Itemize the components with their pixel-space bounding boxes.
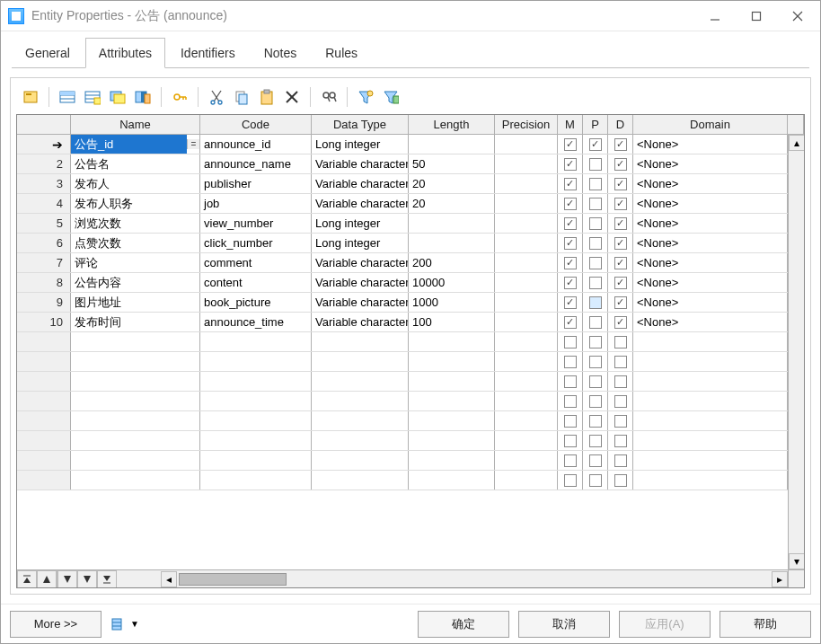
col-datatype[interactable]: Data Type <box>312 115 409 134</box>
table-row[interactable] <box>17 431 788 451</box>
precision-cell[interactable] <box>495 332 558 351</box>
row-number[interactable] <box>17 372 71 391</box>
primary-checkbox[interactable] <box>589 257 602 269</box>
table-row[interactable]: 7评论commentVariable characters200<None> <box>17 253 788 273</box>
mandatory-cell[interactable] <box>558 154 583 173</box>
domain-cell[interactable]: <None> <box>633 135 788 154</box>
maximize-button[interactable] <box>736 2 777 31</box>
help-button[interactable]: 帮助 <box>719 611 811 638</box>
displayed-cell[interactable] <box>608 174 633 193</box>
mandatory-checkbox[interactable] <box>564 435 577 447</box>
primary-checkbox[interactable] <box>589 178 602 190</box>
table-row[interactable] <box>17 372 788 392</box>
code-cell[interactable] <box>200 411 312 430</box>
mandatory-cell[interactable] <box>558 293 583 312</box>
mandatory-cell[interactable] <box>558 234 583 252</box>
name-cell[interactable]: 浏览次数 <box>71 214 200 233</box>
displayed-checkbox[interactable] <box>614 316 627 329</box>
length-cell[interactable] <box>409 352 495 371</box>
mandatory-checkbox[interactable] <box>564 237 577 250</box>
table-row[interactable] <box>17 352 788 372</box>
find-icon[interactable] <box>318 86 340 108</box>
primary-checkbox[interactable] <box>589 198 602 210</box>
displayed-checkbox[interactable] <box>614 158 627 171</box>
length-cell[interactable]: 20 <box>409 194 495 213</box>
add-row-icon[interactable] <box>82 86 103 108</box>
precision-cell[interactable] <box>495 411 558 430</box>
primary-cell[interactable] <box>583 273 608 292</box>
displayed-checkbox[interactable] <box>614 198 627 210</box>
displayed-checkbox[interactable] <box>614 415 627 428</box>
row-number[interactable]: 8 <box>17 273 71 292</box>
primary-checkbox[interactable] <box>589 435 602 447</box>
row-number[interactable]: ➔ <box>17 135 71 154</box>
mandatory-cell[interactable] <box>558 214 583 233</box>
filter-columns-icon[interactable] <box>380 86 402 108</box>
code-cell[interactable]: content <box>200 273 312 292</box>
mandatory-cell[interactable] <box>558 135 583 154</box>
displayed-checkbox[interactable] <box>614 395 627 408</box>
name-cell[interactable]: 评论 <box>71 253 200 272</box>
displayed-checkbox[interactable] <box>614 237 627 250</box>
code-cell[interactable]: view_number <box>200 214 312 233</box>
displayed-checkbox[interactable] <box>614 277 627 289</box>
domain-cell[interactable] <box>633 372 788 391</box>
preview-dropdown[interactable]: ▼ <box>110 611 139 638</box>
domain-cell[interactable]: <None> <box>633 253 788 272</box>
length-cell[interactable] <box>409 332 495 351</box>
primary-checkbox[interactable] <box>589 336 602 348</box>
datatype-cell[interactable] <box>312 451 409 470</box>
precision-cell[interactable] <box>495 174 558 193</box>
row-number[interactable] <box>17 332 71 351</box>
mandatory-checkbox[interactable] <box>564 454 577 467</box>
row-number[interactable] <box>17 392 71 410</box>
domain-cell[interactable]: <None> <box>633 194 788 213</box>
domain-cell[interactable] <box>633 332 788 351</box>
primary-cell[interactable] <box>583 174 608 193</box>
code-cell[interactable] <box>200 431 312 450</box>
domain-cell[interactable] <box>633 352 788 371</box>
primary-cell[interactable] <box>583 313 608 331</box>
apply-button[interactable]: 应用(A) <box>619 611 711 638</box>
row-number[interactable]: 7 <box>17 253 71 272</box>
datatype-cell[interactable]: Long integer <box>312 214 409 233</box>
displayed-checkbox[interactable] <box>614 296 627 309</box>
domain-cell[interactable]: <None> <box>633 174 788 193</box>
vertical-scrollbar[interactable]: ▴ ▾ <box>788 135 804 569</box>
datatype-cell[interactable]: Variable characters <box>312 253 409 272</box>
displayed-checkbox[interactable] <box>614 454 627 467</box>
primary-cell[interactable] <box>583 293 608 312</box>
row-number[interactable] <box>17 352 71 371</box>
mandatory-checkbox[interactable] <box>564 296 577 309</box>
displayed-checkbox[interactable] <box>614 336 627 348</box>
displayed-checkbox[interactable] <box>614 257 627 269</box>
col-length[interactable]: Length <box>409 115 495 134</box>
length-cell[interactable]: 10000 <box>409 273 495 292</box>
displayed-cell[interactable] <box>608 471 633 490</box>
precision-cell[interactable] <box>495 451 558 470</box>
mandatory-cell[interactable] <box>558 392 583 410</box>
grid-body[interactable]: ➔公告_id=announce_idLong integer<None>2公告名… <box>17 135 788 569</box>
mandatory-checkbox[interactable] <box>564 257 577 269</box>
more-button[interactable]: More >> <box>10 611 102 638</box>
close-button[interactable] <box>777 2 818 31</box>
minimize-button[interactable] <box>694 2 736 31</box>
displayed-cell[interactable] <box>608 313 633 331</box>
row-number[interactable] <box>17 431 71 450</box>
mandatory-cell[interactable] <box>558 313 583 331</box>
primary-checkbox[interactable] <box>589 474 602 487</box>
precision-cell[interactable] <box>495 392 558 410</box>
domain-cell[interactable] <box>633 392 788 410</box>
precision-cell[interactable] <box>495 135 558 154</box>
col-m[interactable]: M <box>558 115 583 134</box>
domain-cell[interactable] <box>633 431 788 450</box>
datatype-cell[interactable]: Variable characters <box>312 313 409 331</box>
mandatory-cell[interactable] <box>558 194 583 213</box>
domain-cell[interactable] <box>633 451 788 470</box>
precision-cell[interactable] <box>495 431 558 450</box>
cell-expand-icon[interactable]: = <box>187 139 199 149</box>
mandatory-checkbox[interactable] <box>564 138 577 151</box>
code-cell[interactable]: announce_id <box>200 135 312 154</box>
tab-rules[interactable]: Rules <box>312 38 371 68</box>
table-row[interactable] <box>17 471 788 490</box>
